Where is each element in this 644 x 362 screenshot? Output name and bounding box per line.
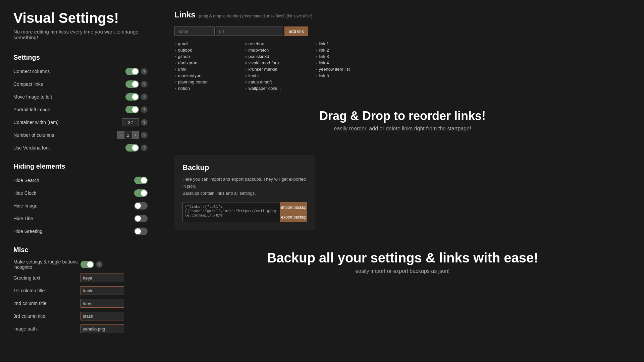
link-remove[interactable]: × xyxy=(174,80,176,84)
link-remove[interactable]: × xyxy=(174,74,176,78)
promo-title: Backup all your settings & links with ea… xyxy=(174,250,631,265)
toggle-hide-image[interactable] xyxy=(134,202,148,209)
link-remove[interactable]: × xyxy=(245,42,247,46)
setting-move-image-left: Move Image to left ? xyxy=(13,92,148,102)
setting-hide-search: Hide Search xyxy=(13,176,148,185)
link-remove[interactable]: × xyxy=(315,48,317,52)
add-link-url-input[interactable] xyxy=(216,26,283,36)
add-link-button[interactable]: add link xyxy=(284,26,308,36)
list-item: ×outlook xyxy=(174,48,241,53)
list-item: ×vivaldi mod foru... xyxy=(245,60,312,65)
link-remove[interactable]: × xyxy=(245,80,247,84)
toggle-verdana-font[interactable] xyxy=(125,144,139,152)
toggle-hide-clock[interactable] xyxy=(134,189,148,197)
columns-decrement[interactable]: − xyxy=(117,131,124,139)
link-remove[interactable]: × xyxy=(245,86,247,90)
link-remove[interactable]: × xyxy=(315,67,317,71)
col3-title-input[interactable] xyxy=(80,312,124,320)
toggle-move-image-left[interactable] xyxy=(125,93,139,101)
setting-verdana-font: Use Verdana font ? xyxy=(13,143,148,153)
list-item: ×monkeytype xyxy=(174,73,241,78)
list-item: ×r/unixpron xyxy=(174,60,241,65)
col2-title-input[interactable] xyxy=(80,299,124,308)
list-item: ×gmail xyxy=(174,41,241,46)
help-number-columns[interactable]: ? xyxy=(141,132,148,138)
dnd-title: Drag & Drop to reorder links! xyxy=(174,109,631,123)
toggle-hide-greeting[interactable] xyxy=(134,228,148,235)
help-compact-links[interactable]: ? xyxy=(141,81,148,87)
setting-compact-links: Compact links ? xyxy=(13,79,148,89)
dnd-section: Drag & Drop to reorder links! easily reo… xyxy=(174,99,631,142)
list-item: ×yeehow item list xyxy=(315,67,382,72)
list-item: ×notion xyxy=(174,86,241,91)
backup-section: Backup Here you can import and export ba… xyxy=(174,155,315,230)
list-item: ×github xyxy=(174,54,241,59)
list-item: ×catus airsoft xyxy=(245,79,312,84)
columns-value: 2 xyxy=(124,131,132,139)
toggle-compact-links[interactable] xyxy=(125,80,139,88)
toggle-portrait-left-image[interactable] xyxy=(125,106,139,113)
link-remove[interactable]: × xyxy=(315,42,317,46)
image-path-input[interactable] xyxy=(80,324,124,333)
link-remove[interactable]: × xyxy=(245,55,247,59)
misc-col3-title: 3rd column title: xyxy=(13,311,148,321)
add-link-row: add link xyxy=(174,26,631,36)
links-grid: ×gmail ×rosebox ×link 1 ×outlook ×imdb-f… xyxy=(174,41,631,91)
hiding-section-title: Hiding elements xyxy=(13,163,148,170)
container-width-input[interactable] xyxy=(122,118,139,126)
help-portrait-left-image[interactable]: ? xyxy=(141,106,148,113)
columns-increment[interactable]: + xyxy=(132,131,139,139)
list-item: ×link 2 xyxy=(315,48,382,53)
toggle-incognito[interactable] xyxy=(80,261,94,268)
setting-hide-title: Hide Title xyxy=(13,214,148,223)
setting-hide-greeting: Hide Greeting xyxy=(13,227,148,236)
list-item: ×planning center xyxy=(174,79,241,84)
links-meta: (drag & drop to reorder) (recommend. max… xyxy=(199,14,313,18)
link-remove[interactable]: × xyxy=(174,61,176,65)
backup-buttons: import backup export backup xyxy=(280,202,307,222)
link-remove[interactable]: × xyxy=(245,67,247,71)
help-incognito[interactable]: ? xyxy=(96,261,103,268)
list-item: ×link 3 xyxy=(315,54,382,59)
add-link-name-input[interactable] xyxy=(174,26,215,36)
misc-incognito: Make settings & toggle buttons incognito… xyxy=(13,259,148,270)
misc-section-title: Misc xyxy=(13,246,148,254)
misc-col1-title: 1st column title: xyxy=(13,286,148,295)
backup-description: Here you can import and export backups. … xyxy=(182,176,307,197)
list-item: ×link 4 xyxy=(315,60,382,65)
link-remove[interactable]: × xyxy=(174,55,176,59)
greeting-text-input[interactable] xyxy=(80,274,124,282)
link-remove[interactable]: × xyxy=(245,61,247,65)
list-item: ×r/mk xyxy=(174,67,241,72)
help-container-width[interactable]: ? xyxy=(141,119,148,126)
backup-title: Backup xyxy=(182,163,307,172)
backup-textarea[interactable]: {"links":{"col1":[{"name":"gmail","url":… xyxy=(182,202,280,222)
help-connect-columns[interactable]: ? xyxy=(141,68,148,75)
link-remove[interactable]: × xyxy=(174,67,176,71)
promo-section: Backup all your settings & links with ea… xyxy=(174,230,631,288)
import-backup-button[interactable]: import backup xyxy=(280,202,307,212)
help-move-image-left[interactable]: ? xyxy=(141,94,148,100)
misc-greeting-text: Greeting text: xyxy=(13,273,148,283)
col1-title-input[interactable] xyxy=(80,286,124,295)
setting-hide-clock: Hide Clock xyxy=(13,188,148,198)
dnd-subtitle: easily reorder, add or delete links righ… xyxy=(174,126,631,132)
toggle-connect-columns[interactable] xyxy=(125,68,139,75)
link-remove[interactable]: × xyxy=(315,55,317,59)
toggle-hide-title[interactable] xyxy=(134,215,148,222)
promo-subtitle: easily import or export backups as json! xyxy=(174,268,631,274)
link-remove[interactable]: × xyxy=(245,74,247,78)
link-remove[interactable]: × xyxy=(315,74,317,78)
link-remove[interactable]: × xyxy=(174,48,176,52)
link-remove[interactable]: × xyxy=(174,86,176,90)
misc-col2-title: 2nd column title: xyxy=(13,299,148,308)
list-item: ×krunker market xyxy=(245,67,312,72)
list-item: ×imdb-fetch xyxy=(245,48,312,53)
link-remove[interactable]: × xyxy=(174,42,176,46)
toggle-hide-search[interactable] xyxy=(134,177,148,184)
export-backup-button[interactable]: export backup xyxy=(280,212,307,222)
help-verdana-font[interactable]: ? xyxy=(141,144,148,151)
link-remove[interactable]: × xyxy=(315,61,317,65)
columns-stepper[interactable]: − 2 + xyxy=(117,131,139,139)
link-remove[interactable]: × xyxy=(245,48,247,52)
